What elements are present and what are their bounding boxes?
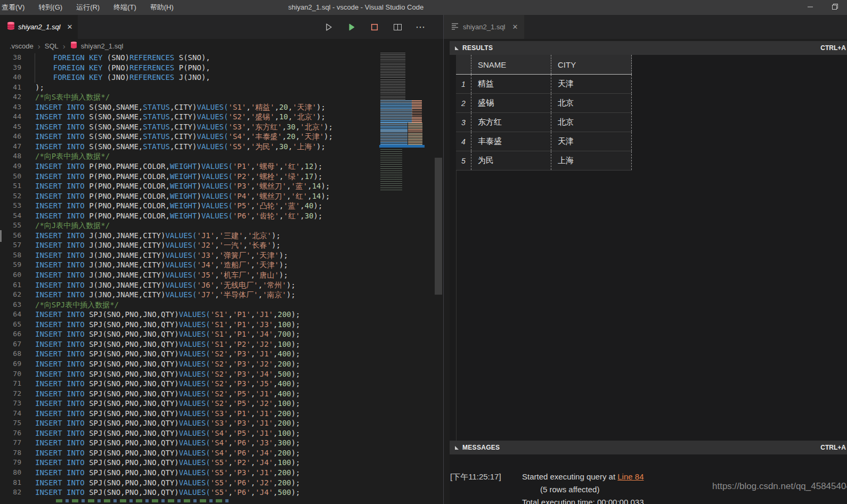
menu-item[interactable]: 终端(T) (107, 0, 143, 15)
code-line[interactable]: 74INSERT INTO SPJ(SNO,PNO,JNO,QTY)VALUES… (0, 409, 333, 419)
code-line[interactable]: 72INSERT INTO SPJ(SNO,PNO,JNO,QTY)VALUES… (0, 389, 333, 399)
row-number-header (456, 55, 471, 74)
sname-cell[interactable]: 盛锡 (471, 94, 551, 112)
code-line[interactable]: 61INSERT INTO J(JNO,JNAME,CITY)VALUES('J… (0, 280, 333, 290)
column-header-sname[interactable]: SNAME (471, 55, 551, 74)
code-line[interactable]: 46INSERT INTO S(SNO,SNAME,STATUS,CITY)VA… (0, 132, 333, 142)
city-cell[interactable]: 北京 (551, 113, 632, 132)
city-cell[interactable]: 北京 (551, 94, 632, 112)
city-cell[interactable]: 天津 (551, 132, 632, 151)
menu-item[interactable]: 查看(V) (0, 0, 31, 15)
editor-tab[interactable]: shiyan2_1.sql ✕ (0, 15, 78, 39)
code-line[interactable]: 47INSERT INTO S(SNO,SNAME,STATUS,CITY)VA… (0, 142, 333, 152)
code-line[interactable]: 58INSERT INTO J(JNO,JNAME,CITY)VALUES('J… (0, 250, 333, 261)
query-results-icon (451, 22, 459, 31)
more-actions-icon[interactable]: ⋯ (416, 22, 425, 32)
code-line[interactable]: 79INSERT INTO SPJ(SNO,PNO,JNO,QTY)VALUES… (0, 458, 333, 468)
split-editor-icon[interactable] (393, 22, 402, 32)
line-number: 62 (0, 290, 21, 300)
code-line[interactable]: 51INSERT INTO P(PNO,PNAME,COLOR,WEIGHT)V… (0, 181, 333, 191)
code-line[interactable]: 59INSERT INTO J(JNO,JNAME,CITY)VALUES('J… (0, 260, 333, 270)
code-line[interactable]: 73INSERT INTO SPJ(SNO,PNO,JNO,QTY)VALUES… (0, 399, 333, 409)
close-icon[interactable]: ✕ (67, 23, 73, 31)
stop-query-icon[interactable] (370, 22, 379, 32)
code-line[interactable]: 76INSERT INTO SPJ(SNO,PNO,JNO,QTY)VALUES… (0, 428, 333, 438)
sname-cell[interactable]: 精益 (471, 75, 551, 93)
code-line[interactable]: 60INSERT INTO J(JNO,JNAME,CITY)VALUES('J… (0, 270, 333, 280)
minimize-button[interactable] (798, 0, 822, 15)
city-cell[interactable]: 天津 (551, 75, 632, 93)
code-line[interactable]: 44INSERT INTO S(SNO,SNAME,STATUS,CITY)VA… (0, 112, 333, 122)
line-number: 81 (0, 478, 21, 488)
minimap[interactable] (379, 53, 425, 192)
code-line[interactable]: 48/*向P表中插入数据*/ (0, 151, 333, 161)
line-number: 50 (0, 172, 21, 182)
restore-button[interactable] (822, 0, 847, 15)
row-number-cell[interactable]: 2 (456, 94, 471, 112)
row-number-cell[interactable]: 1 (456, 75, 471, 93)
code-line[interactable]: 52INSERT INTO P(PNO,PNAME,COLOR,WEIGHT)V… (0, 191, 333, 201)
scrollbar-thumb[interactable] (435, 158, 442, 295)
table-row[interactable]: 5为民上海 (456, 151, 632, 170)
code-line[interactable]: 81INSERT INTO SPJ(SNO,PNO,JNO,QTY)VALUES… (0, 478, 333, 488)
query-results-panel: shiyan2_1.sql ✕ RESULTS CTRL+A SNAME CIT… (443, 15, 847, 504)
code-line[interactable]: 53INSERT INTO P(PNO,PNAME,COLOR,WEIGHT)V… (0, 201, 333, 211)
code-line[interactable]: 55/*向J表中插入数据*/ (0, 221, 333, 231)
code-line[interactable]: 42/*向S表中插入数据*/ (0, 92, 333, 102)
menu-item[interactable]: 帮助(H) (143, 0, 181, 15)
code-line[interactable]: 63/*向SPJ表中插入数据*/ (0, 300, 333, 310)
code-line[interactable]: 68INSERT INTO SPJ(SNO,PNO,JNO,QTY)VALUES… (0, 349, 333, 359)
code-line[interactable]: 70INSERT INTO SPJ(SNO,PNO,JNO,QTY)VALUES… (0, 369, 333, 379)
code-line[interactable]: 45INSERT INTO S(SNO,SNAME,STATUS,CITY)VA… (0, 122, 333, 132)
menu-item[interactable]: 运行(R) (69, 0, 107, 15)
sname-cell[interactable]: 丰泰盛 (471, 132, 551, 151)
code-line[interactable]: 56INSERT INTO J(JNO,JNAME,CITY)VALUES('J… (0, 231, 333, 241)
code-line[interactable]: 43INSERT INTO S(SNO,SNAME,STATUS,CITY)VA… (0, 102, 333, 112)
sname-cell[interactable]: 东方红 (471, 113, 551, 132)
code-line[interactable]: 78INSERT INTO SPJ(SNO,PNO,JNO,QTY)VALUES… (0, 448, 333, 458)
code-line[interactable]: 67INSERT INTO SPJ(SNO,PNO,JNO,QTY)VALUES… (0, 339, 333, 349)
table-row[interactable]: 3东方红北京 (456, 113, 632, 132)
code-line[interactable]: 40 FOREIGN KEY (JNO)REFERENCES J(JNO), (0, 72, 333, 83)
code-line[interactable]: 62INSERT INTO J(JNO,JNAME,CITY)VALUES('J… (0, 290, 333, 300)
row-number-cell[interactable]: 4 (456, 132, 471, 151)
run-query-outline-icon[interactable] (324, 22, 333, 32)
table-row[interactable]: 2盛锡北京 (456, 94, 632, 113)
column-header-city[interactable]: CITY (551, 55, 632, 74)
code-line[interactable]: 64INSERT INTO SPJ(SNO,PNO,JNO,QTY)VALUES… (0, 310, 333, 320)
results-section-header[interactable]: RESULTS CTRL+A (450, 41, 847, 55)
city-cell[interactable]: 上海 (551, 151, 632, 170)
breadcrumb-folder[interactable]: .vscode (10, 42, 34, 50)
code-line[interactable]: 38 FOREIGN KEY (SNO)REFERENCES S(SNO), (0, 53, 333, 63)
row-number-cell[interactable]: 5 (456, 151, 471, 170)
code-line[interactable]: 49INSERT INTO P(PNO,PNAME,COLOR,WEIGHT)V… (0, 161, 333, 172)
code-text: INSERT INTO J(JNO,JNAME,CITY)VALUES('J4'… (21, 260, 288, 270)
code-line[interactable]: 66INSERT INTO SPJ(SNO,PNO,JNO,QTY)VALUES… (0, 329, 333, 339)
code-editor[interactable]: 38 FOREIGN KEY (SNO)REFERENCES S(SNO),39… (0, 53, 443, 504)
code-line[interactable]: 50INSERT INTO P(PNO,PNAME,COLOR,WEIGHT)V… (0, 172, 333, 182)
menu-item[interactable]: 转到(G) (31, 0, 69, 15)
code-line[interactable]: 39 FOREIGN KEY (PNO)REFERENCES P(PNO), (0, 63, 333, 73)
breadcrumb-file[interactable]: shiyan2_1.sql (81, 42, 124, 50)
code-text: INSERT INTO SPJ(SNO,PNO,JNO,QTY)VALUES('… (21, 458, 300, 468)
code-line[interactable]: 80INSERT INTO SPJ(SNO,PNO,JNO,QTY)VALUES… (0, 468, 333, 478)
code-line[interactable]: 71INSERT INTO SPJ(SNO,PNO,JNO,QTY)VALUES… (0, 379, 333, 389)
code-line[interactable]: 54INSERT INTO P(PNO,PNAME,COLOR,WEIGHT)V… (0, 211, 333, 221)
messages-section-header[interactable]: MESSAGES CTRL+A (450, 441, 847, 454)
breadcrumb-folder[interactable]: SQL (45, 42, 59, 50)
code-line[interactable]: 41); (0, 83, 333, 93)
code-line[interactable]: 82INSERT INTO SPJ(SNO,PNO,JNO,QTY)VALUES… (0, 487, 333, 498)
close-icon[interactable]: ✕ (512, 23, 518, 31)
row-number-cell[interactable]: 3 (456, 113, 471, 132)
code-line[interactable]: 57INSERT INTO J(JNO,JNAME,CITY)VALUES('J… (0, 240, 333, 250)
run-query-icon[interactable] (347, 22, 356, 32)
code-line[interactable]: 75INSERT INTO SPJ(SNO,PNO,JNO,QTY)VALUES… (0, 418, 333, 428)
line-84-link[interactable]: Line 84 (617, 472, 644, 481)
table-row[interactable]: 1精益天津 (456, 75, 632, 94)
code-line[interactable]: 69INSERT INTO SPJ(SNO,PNO,JNO,QTY)VALUES… (0, 359, 333, 369)
code-line[interactable]: 77INSERT INTO SPJ(SNO,PNO,JNO,QTY)VALUES… (0, 438, 333, 448)
table-row[interactable]: 4丰泰盛天津 (456, 132, 632, 151)
sname-cell[interactable]: 为民 (471, 151, 551, 170)
code-line[interactable]: 65INSERT INTO SPJ(SNO,PNO,JNO,QTY)VALUES… (0, 320, 333, 330)
results-panel-tab[interactable]: shiyan2_1.sql ✕ (444, 15, 524, 39)
